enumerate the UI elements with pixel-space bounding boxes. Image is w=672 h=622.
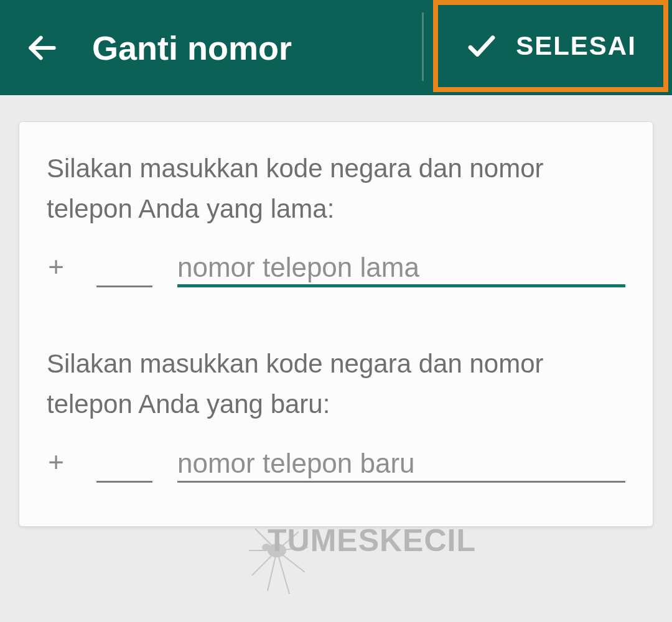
done-button[interactable]: SELESAI <box>433 0 668 92</box>
form-card: Silakan masukkan kode negara dan nomor t… <box>19 121 653 527</box>
back-button[interactable] <box>17 23 67 73</box>
old-number-row: + <box>47 250 625 287</box>
watermark-text: TUMESKECIL <box>268 523 476 558</box>
app-bar: Ganti nomor SELESAI <box>0 0 672 95</box>
new-country-code-input[interactable] <box>96 445 152 483</box>
spider-icon <box>218 516 330 603</box>
svg-point-2 <box>263 544 270 550</box>
plus-icon: + <box>47 251 65 282</box>
old-number-label: Silakan masukkan kode negara dan nomor t… <box>47 148 625 229</box>
old-phone-number-input[interactable] <box>177 250 625 287</box>
arrow-left-icon <box>25 30 60 65</box>
svg-point-1 <box>268 544 286 557</box>
check-icon <box>465 29 498 63</box>
appbar-separator <box>422 12 424 81</box>
old-country-code-input[interactable] <box>96 250 152 287</box>
page-title: Ganti nomor <box>92 29 292 67</box>
new-number-label: Silakan masukkan kode negara dan nomor t… <box>47 343 625 424</box>
new-number-row: + <box>47 445 625 483</box>
watermark: TUMESKECIL <box>268 522 591 559</box>
plus-icon: + <box>47 447 65 478</box>
new-phone-number-input[interactable] <box>177 445 625 483</box>
done-button-label: SELESAI <box>516 31 637 61</box>
